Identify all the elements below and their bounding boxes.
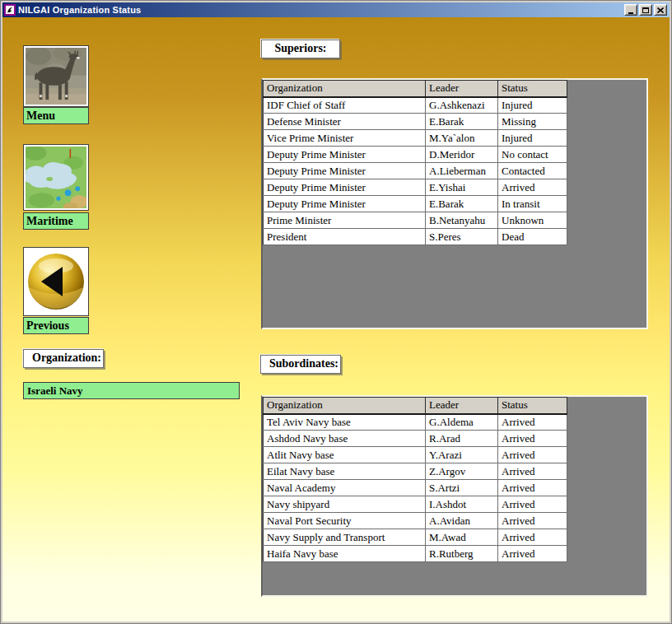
table-row[interactable]: Navy Supply and TransportM.AwadArrived [264, 529, 567, 546]
close-button[interactable] [654, 4, 667, 16]
table-cell[interactable]: Eilat Navy base [264, 463, 426, 480]
menu-label: Menu [23, 107, 89, 124]
table-cell[interactable]: E.Barak [426, 114, 498, 130]
table-cell[interactable]: Ashdod Navy base [264, 431, 426, 447]
table-cell[interactable]: Deputy Prime Minister [264, 147, 426, 163]
table-cell[interactable]: R.Rutberg [426, 546, 498, 562]
table-cell[interactable]: Deputy Prime Minister [264, 163, 426, 179]
maritime-label: Maritime [23, 212, 89, 230]
table-cell[interactable]: Deputy Prime Minister [264, 179, 426, 196]
table-row[interactable]: Defense MinisterE.BarakMissing [264, 114, 567, 130]
table-cell[interactable]: IDF Chief of Staff [264, 97, 426, 114]
column-header: Organization [264, 398, 426, 414]
table-cell[interactable]: Injured [498, 97, 567, 114]
maritime-map-icon [26, 147, 86, 208]
table-cell[interactable]: R.Arad [426, 431, 498, 447]
table-row[interactable]: Deputy Prime MinisterE.YishaiArrived [264, 179, 567, 196]
table-cell[interactable]: Missing [498, 114, 567, 130]
title-bar[interactable]: NILGAI Organization Status [2, 2, 670, 17]
window-controls [624, 4, 668, 16]
table-cell[interactable]: S.Peres [426, 229, 498, 245]
table-cell[interactable]: E.Yishai [426, 179, 498, 196]
table-cell[interactable]: Y.Arazi [426, 447, 498, 463]
table-cell[interactable]: B.Netanyahu [426, 212, 498, 229]
table-cell[interactable]: D.Meridor [426, 147, 498, 163]
subordinates-panel: OrganizationLeaderStatusTel Aviv Navy ba… [261, 395, 648, 597]
table-cell[interactable]: No contact [498, 147, 567, 163]
table-row[interactable]: Atlit Navy baseY.AraziArrived [264, 447, 567, 463]
table-cell[interactable]: Arrived [498, 179, 567, 196]
table-cell[interactable]: M.Ya`alon [426, 130, 498, 147]
table-cell[interactable]: Navy shipyard [264, 496, 426, 513]
table-row[interactable]: Ashdod Navy baseR.AradArrived [264, 431, 567, 447]
table-row[interactable]: Prime MinisterB.NetanyahuUnknown [264, 212, 567, 229]
table-cell[interactable]: President [264, 229, 426, 245]
table-cell[interactable]: Arrived [498, 480, 567, 496]
table-cell[interactable]: G.Aldema [426, 414, 498, 431]
table-row[interactable]: Vice Prime MinisterM.Ya`alonInjured [264, 130, 567, 147]
table-row[interactable]: Naval AcademyS.ArtziArrived [264, 480, 567, 496]
superiors-label: Superiors: [261, 40, 340, 58]
table-cell[interactable]: Arrived [498, 496, 567, 513]
table-cell[interactable]: Prime Minister [264, 212, 426, 229]
table-cell[interactable]: Haifa Navy base [264, 546, 426, 562]
table-cell[interactable]: Arrived [498, 447, 567, 463]
table-cell[interactable]: Naval Port Security [264, 513, 426, 529]
table-cell[interactable]: Arrived [498, 414, 567, 431]
table-cell[interactable]: Arrived [498, 529, 567, 546]
nilgai-photo-icon [26, 48, 86, 105]
minimize-button[interactable] [624, 4, 637, 16]
table-cell[interactable]: Vice Prime Minister [264, 130, 426, 147]
window-title: NILGAI Organization Status [18, 5, 622, 15]
table-cell[interactable]: E.Barak [426, 196, 498, 212]
minimize-icon [628, 12, 633, 14]
table-cell[interactable]: Unknown [498, 212, 567, 229]
table-row[interactable]: Deputy Prime MinisterD.MeridorNo contact [264, 147, 567, 163]
previous-button[interactable] [23, 247, 89, 316]
table-row[interactable]: Deputy Prime MinisterA.LiebermanContacte… [264, 163, 567, 179]
organization-value-field[interactable]: Israeli Navy [23, 382, 240, 399]
column-header: Organization [264, 81, 426, 97]
table-cell[interactable]: A.Lieberman [426, 163, 498, 179]
table-row[interactable]: Deputy Prime MinisterE.BarakIn transit [264, 196, 567, 212]
table-row[interactable]: Naval Port SecurityA.AvidanArrived [264, 513, 567, 529]
table-row[interactable]: Haifa Navy baseR.RutbergArrived [264, 546, 567, 562]
table-cell[interactable]: Arrived [498, 513, 567, 529]
table-cell[interactable]: Injured [498, 130, 567, 147]
table-row[interactable]: Tel Aviv Navy baseG.AldemaArrived [264, 414, 567, 431]
table-cell[interactable]: Contacted [498, 163, 567, 179]
table-cell[interactable]: Arrived [498, 431, 567, 447]
table-cell[interactable]: Arrived [498, 546, 567, 562]
back-orb-icon [26, 249, 86, 314]
table-cell[interactable]: Atlit Navy base [264, 447, 426, 463]
table-cell[interactable]: G.Ashkenazi [426, 97, 498, 114]
table-cell[interactable]: Tel Aviv Navy base [264, 414, 426, 431]
column-header: Leader [426, 398, 498, 414]
table-cell[interactable]: I.Ashdot [426, 496, 498, 513]
table-cell[interactable]: Dead [498, 229, 567, 245]
table-cell[interactable]: M.Awad [426, 529, 498, 546]
table-cell[interactable]: In transit [498, 196, 567, 212]
superiors-panel: OrganizationLeaderStatusIDF Chief of Sta… [261, 78, 648, 329]
maximize-icon [642, 7, 649, 13]
table-cell[interactable]: Z.Argov [426, 463, 498, 480]
table-cell[interactable]: Arrived [498, 463, 567, 480]
organization-label: Organization: [23, 349, 104, 368]
table-cell[interactable]: Navy Supply and Transport [264, 529, 426, 546]
table-cell[interactable]: A.Avidan [426, 513, 498, 529]
table-row[interactable]: Navy shipyardI.AshdotArrived [264, 496, 567, 513]
table-row[interactable]: Eilat Navy baseZ.ArgovArrived [264, 463, 567, 480]
close-icon [657, 7, 664, 13]
table-row[interactable]: PresidentS.PeresDead [264, 229, 567, 245]
maximize-button[interactable] [639, 4, 652, 16]
column-header: Status [498, 398, 567, 414]
table-cell[interactable]: Deputy Prime Minister [264, 196, 426, 212]
maritime-button[interactable] [23, 144, 89, 211]
table-cell[interactable]: Naval Academy [264, 480, 426, 496]
table-cell[interactable]: Defense Minister [264, 114, 426, 130]
app-feather-icon[interactable] [4, 4, 16, 16]
table-row[interactable]: IDF Chief of StaffG.AshkenaziInjured [264, 97, 567, 114]
menu-button[interactable] [23, 45, 89, 107]
superiors-table: OrganizationLeaderStatusIDF Chief of Sta… [263, 80, 567, 245]
table-cell[interactable]: S.Artzi [426, 480, 498, 496]
